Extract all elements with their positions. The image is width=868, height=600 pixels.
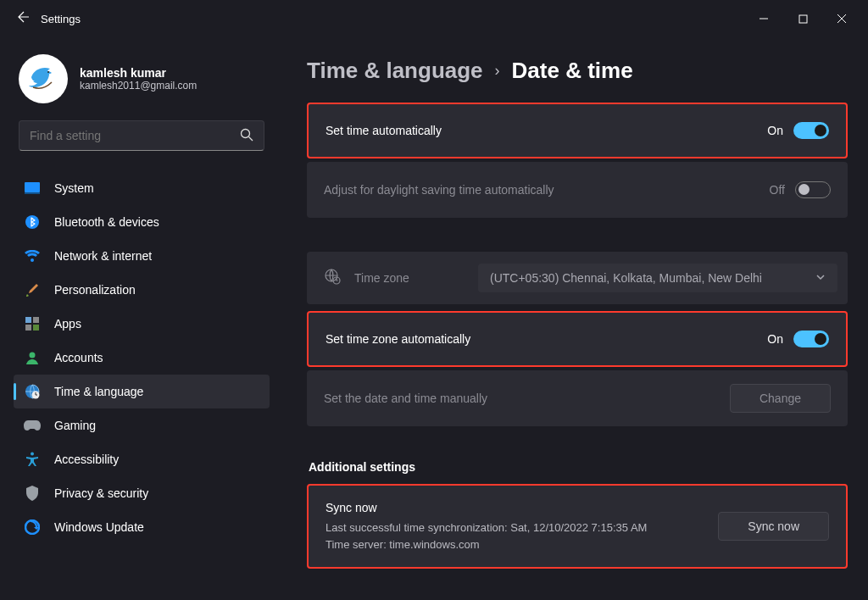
sidebar-item-label: Gaming bbox=[54, 419, 96, 432]
search-box bbox=[19, 120, 264, 151]
setting-auto-timezone: Set time zone automatically On bbox=[307, 311, 848, 367]
toggle-auto-time[interactable] bbox=[793, 122, 829, 139]
sidebar-item-label: Apps bbox=[54, 317, 81, 331]
close-button[interactable] bbox=[822, 5, 861, 32]
toggle-state: Off bbox=[770, 183, 785, 197]
update-icon bbox=[24, 519, 41, 536]
setting-label: Set the date and time manually bbox=[324, 392, 730, 405]
breadcrumb: Time & language › Date & time bbox=[307, 58, 848, 84]
sidebar-item-label: Windows Update bbox=[54, 520, 144, 534]
sync-server: Time server: time.windows.com bbox=[326, 538, 480, 551]
sidebar-item-label: Accounts bbox=[54, 351, 103, 364]
setting-label: Time zone bbox=[354, 271, 465, 285]
display-icon bbox=[24, 180, 41, 197]
setting-label: Set time automatically bbox=[326, 124, 767, 137]
sidebar-item-time-language[interactable]: Time & language bbox=[14, 375, 270, 408]
bluetooth-icon bbox=[24, 214, 41, 231]
search-input[interactable] bbox=[19, 120, 264, 151]
toggle-state: On bbox=[767, 124, 783, 137]
change-button[interactable]: Change bbox=[730, 384, 831, 413]
section-heading: Additional settings bbox=[309, 460, 848, 474]
back-button[interactable] bbox=[7, 10, 41, 27]
page-title: Date & time bbox=[512, 58, 633, 84]
sidebar-item-network[interactable]: Network & internet bbox=[14, 239, 270, 273]
sidebar-item-label: Network & internet bbox=[54, 249, 152, 263]
sidebar-item-windows-update[interactable]: Windows Update bbox=[14, 510, 270, 544]
globe-icon bbox=[324, 268, 341, 288]
toggle-state: On bbox=[767, 332, 783, 346]
svg-rect-8 bbox=[25, 192, 40, 194]
setting-label: Adjust for daylight saving time automati… bbox=[324, 183, 770, 197]
sidebar-item-label: Personalization bbox=[54, 283, 136, 297]
sidebar-item-label: Time & language bbox=[54, 385, 143, 398]
sidebar-item-accessibility[interactable]: Accessibility bbox=[14, 442, 270, 476]
setting-timezone: Time zone (UTC+05:30) Chennai, Kolkata, … bbox=[307, 252, 848, 304]
breadcrumb-parent[interactable]: Time & language bbox=[307, 58, 483, 84]
setting-manual-datetime: Set the date and time manually Change bbox=[307, 370, 848, 426]
sidebar-nav: System Bluetooth & devices Network & int… bbox=[14, 171, 270, 544]
main-content: Time & language › Date & time Set time a… bbox=[280, 37, 868, 600]
timezone-dropdown[interactable]: (UTC+05:30) Chennai, Kolkata, Mumbai, Ne… bbox=[478, 264, 837, 292]
svg-point-5 bbox=[242, 130, 250, 138]
sidebar-item-label: Privacy & security bbox=[54, 486, 148, 500]
sidebar-item-label: System bbox=[54, 181, 94, 195]
setting-sync-now: Sync now Last successful time synchroniz… bbox=[307, 484, 848, 569]
svg-rect-12 bbox=[25, 325, 31, 331]
sidebar-item-apps[interactable]: Apps bbox=[14, 307, 270, 341]
globe-clock-icon bbox=[24, 383, 41, 400]
sidebar-item-gaming[interactable]: Gaming bbox=[14, 408, 270, 442]
wifi-icon bbox=[24, 247, 41, 264]
sidebar-item-bluetooth[interactable]: Bluetooth & devices bbox=[14, 205, 270, 239]
setting-auto-time: Set time automatically On bbox=[307, 103, 848, 158]
svg-rect-10 bbox=[25, 317, 31, 323]
svg-point-14 bbox=[30, 353, 36, 358]
profile[interactable]: kamlesh kumar kamlesh2011@gmail.com bbox=[19, 54, 270, 103]
sidebar-item-label: Bluetooth & devices bbox=[54, 215, 159, 229]
gamepad-icon bbox=[24, 417, 41, 434]
sync-title: Sync now bbox=[326, 499, 701, 518]
sync-now-button[interactable]: Sync now bbox=[718, 512, 829, 541]
timezone-value: (UTC+05:30) Chennai, Kolkata, Mumbai, Ne… bbox=[490, 271, 762, 285]
toggle-daylight[interactable] bbox=[795, 181, 831, 198]
apps-icon bbox=[24, 315, 41, 332]
minimize-button[interactable] bbox=[744, 5, 783, 32]
setting-daylight-saving: Adjust for daylight saving time automati… bbox=[307, 162, 848, 218]
chevron-down-icon bbox=[815, 271, 826, 285]
sidebar-item-personalization[interactable]: Personalization bbox=[14, 273, 270, 307]
svg-rect-1 bbox=[799, 15, 807, 23]
profile-name: kamlesh kumar bbox=[80, 66, 197, 80]
chevron-right-icon: › bbox=[495, 62, 500, 80]
sidebar-item-privacy[interactable]: Privacy & security bbox=[14, 476, 270, 510]
avatar bbox=[19, 54, 68, 103]
toggle-auto-timezone[interactable] bbox=[793, 331, 829, 347]
accessibility-icon bbox=[24, 451, 41, 468]
titlebar: Settings bbox=[0, 0, 868, 37]
svg-point-4 bbox=[47, 71, 49, 73]
svg-rect-11 bbox=[33, 317, 39, 323]
brush-icon bbox=[24, 281, 41, 298]
svg-rect-7 bbox=[25, 182, 40, 192]
shield-icon bbox=[24, 485, 41, 502]
sync-last: Last successful time synchronization: Sa… bbox=[326, 521, 647, 534]
sidebar-item-accounts[interactable]: Accounts bbox=[14, 341, 270, 375]
setting-label: Set time zone automatically bbox=[326, 332, 767, 346]
profile-email: kamlesh2011@gmail.com bbox=[80, 80, 197, 92]
search-icon bbox=[239, 127, 254, 146]
svg-line-6 bbox=[249, 137, 253, 142]
app-title: Settings bbox=[41, 13, 81, 25]
svg-rect-13 bbox=[33, 325, 39, 331]
svg-point-17 bbox=[31, 453, 34, 456]
sidebar-item-label: Accessibility bbox=[54, 453, 119, 466]
maximize-button[interactable] bbox=[783, 5, 822, 32]
sidebar: kamlesh kumar kamlesh2011@gmail.com Syst… bbox=[0, 37, 280, 600]
person-icon bbox=[24, 349, 41, 366]
sidebar-item-system[interactable]: System bbox=[14, 171, 270, 205]
